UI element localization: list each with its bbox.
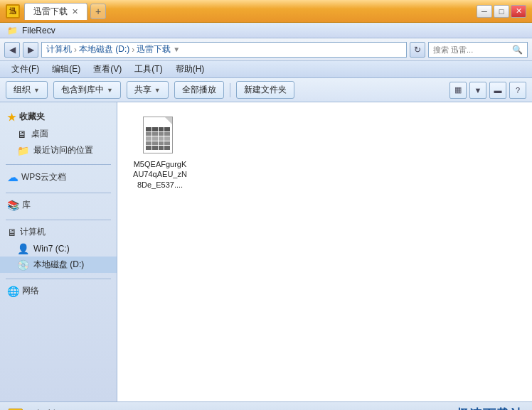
organize-label: 组织 (14, 84, 31, 96)
sidebar-computer-header[interactable]: 🖥 计算机 (0, 223, 117, 241)
share-button[interactable]: 共享 ▼ (127, 81, 169, 99)
path-computer[interactable]: 计算机 (46, 43, 72, 55)
toolbar-separator (230, 83, 230, 97)
computer-label: 计算机 (20, 226, 46, 238)
sidebar-network-header[interactable]: 🌐 网络 (0, 282, 117, 300)
share-arrow: ▼ (154, 87, 161, 94)
restore-button[interactable]: □ (494, 5, 509, 18)
status-bar: 1 个对象 极速下载站 (0, 401, 532, 410)
menu-file[interactable]: 文件(F) (6, 62, 45, 77)
file-name: M5QEAFgurgKAU74qAEU_zN8De_E537.... (132, 159, 188, 190)
file-corner (165, 117, 172, 124)
menu-view[interactable]: 查看(V) (87, 62, 127, 77)
file-area: M5QEAFgurgKAU74qAEU_zN8De_E537.... (117, 102, 532, 401)
sidebar-library-header[interactable]: 📚 库 (0, 196, 117, 214)
menu-bar: 文件(F) 编辑(E) 查看(V) 工具(T) 帮助(H) (0, 61, 532, 78)
add-tab-button[interactable]: + (90, 4, 106, 19)
window-controls: ─ □ ✕ (477, 5, 526, 18)
search-input[interactable] (433, 45, 512, 54)
refresh-button[interactable]: ↻ (410, 42, 425, 58)
app-icon-label: 迅 (9, 6, 16, 16)
path-area: ◀ ▶ 计算机 › 本地磁盘 (D:) › 迅雷下载 ▼ ↻ 🔍 (0, 38, 532, 61)
close-button[interactable]: ✕ (511, 5, 526, 18)
file-grid (146, 127, 170, 150)
wps-icon: ☁ (7, 171, 18, 184)
sidebar-divider-1 (6, 164, 111, 165)
title-tab[interactable]: 迅雷下载 ✕ (24, 3, 87, 20)
brand-text: 极速下载站 (456, 406, 523, 411)
path-folder[interactable]: 迅雷下载 (137, 43, 171, 55)
sidebar-computer-section: 🖥 计算机 👤 Win7 (C:) 💿 本地磁盘 (D:) (0, 223, 117, 273)
title-bar: 迅 迅雷下载 ✕ + ─ □ ✕ (0, 0, 532, 23)
computer-icon: 🖥 (7, 227, 17, 238)
recent-icon: 📁 (17, 145, 29, 156)
share-label: 共享 (134, 84, 151, 96)
library-label: 库 (22, 199, 31, 211)
network-icon: 🌐 (7, 286, 19, 297)
menu-tools[interactable]: 工具(T) (129, 62, 168, 77)
sidebar-favorites-section: ★ 收藏夹 🖥 桌面 📁 最近访问的位置 (0, 108, 117, 158)
tab-title-text: 迅雷下载 (33, 6, 68, 18)
organize-arrow: ▼ (33, 87, 40, 94)
app-icon: 迅 (6, 4, 20, 18)
file-icon-container (143, 117, 177, 156)
view-arrow-button[interactable]: ▼ (469, 82, 486, 99)
subheader: 📁 FileRecv (0, 23, 532, 38)
view-details-button[interactable]: ▬ (489, 82, 506, 99)
sidebar-divider-3 (6, 220, 111, 220)
path-drive[interactable]: 本地磁盘 (D:) (79, 43, 129, 55)
sidebar-divider-4 (6, 279, 111, 279)
sidebar-item-c-drive[interactable]: 👤 Win7 (C:) (0, 241, 117, 257)
network-label: 网络 (22, 285, 39, 297)
d-drive-icon: 💿 (17, 259, 29, 271)
play-all-button[interactable]: 全部播放 (174, 81, 224, 99)
include-library-button[interactable]: 包含到库中 ▼ (53, 81, 121, 99)
forward-button[interactable]: ▶ (23, 42, 38, 58)
sidebar-desktop-label: 桌面 (31, 128, 48, 140)
sidebar-network-section: 🌐 网络 (0, 282, 117, 300)
toolbar-right-controls: ▦ ▼ ▬ ? (449, 82, 526, 99)
search-box: 🔍 (428, 42, 528, 58)
sidebar-recent-label: 最近访问的位置 (33, 144, 93, 156)
sidebar-item-d-drive[interactable]: 💿 本地磁盘 (D:) (0, 257, 117, 273)
address-bar[interactable]: 计算机 › 本地磁盘 (D:) › 迅雷下载 ▼ (41, 42, 407, 58)
filerecv-label: FileRecv (22, 26, 55, 36)
sidebar-c-drive-label: Win7 (C:) (33, 244, 70, 254)
back-button[interactable]: ◀ (4, 42, 20, 58)
c-drive-icon: 👤 (17, 243, 29, 254)
sidebar-d-drive-label: 本地磁盘 (D:) (33, 259, 84, 271)
toolbar: 组织 ▼ 包含到库中 ▼ 共享 ▼ 全部播放 新建文件夹 ▦ ▼ ▬ ? (0, 78, 532, 102)
desktop-icon: 🖥 (17, 129, 27, 140)
sidebar-library-section: 📚 库 (0, 196, 117, 214)
view-grid-button[interactable]: ▦ (449, 82, 467, 99)
sidebar-item-recent[interactable]: 📁 最近访问的位置 (0, 142, 117, 158)
sidebar: ★ 收藏夹 🖥 桌面 📁 最近访问的位置 ☁ WPS云文档 📚 (0, 102, 117, 401)
new-folder-button[interactable]: 新建文件夹 (236, 81, 294, 99)
menu-edit[interactable]: 编辑(E) (46, 62, 86, 77)
wps-label: WPS云文档 (21, 171, 66, 183)
list-item[interactable]: M5QEAFgurgKAU74qAEU_zN8De_E537.... (132, 117, 188, 190)
library-icon: 📚 (7, 200, 19, 211)
search-button[interactable]: 🔍 (512, 45, 523, 55)
new-folder-label: 新建文件夹 (244, 84, 287, 96)
play-all-label: 全部播放 (182, 84, 216, 96)
sidebar-item-desktop[interactable]: 🖥 桌面 (0, 126, 117, 142)
path-dropdown-arrow[interactable]: ▼ (173, 45, 180, 53)
favorites-label: 收藏夹 (19, 111, 45, 123)
tab-close-icon[interactable]: ✕ (72, 7, 78, 16)
brand-label: 极速下载站 (456, 407, 523, 411)
organize-button[interactable]: 组织 ▼ (6, 81, 48, 99)
menu-help[interactable]: 帮助(H) (170, 62, 211, 77)
sidebar-divider-2 (6, 193, 111, 193)
filerecv-icon: 📁 (7, 26, 18, 36)
sidebar-wps-section: ☁ WPS云文档 (0, 168, 117, 187)
include-library-label: 包含到库中 (61, 84, 104, 96)
help-button[interactable]: ? (509, 82, 526, 99)
sidebar-favorites-header[interactable]: ★ 收藏夹 (0, 108, 117, 126)
minimize-button[interactable]: ─ (477, 5, 492, 18)
main-content: ★ 收藏夹 🖥 桌面 📁 最近访问的位置 ☁ WPS云文档 📚 (0, 102, 532, 401)
file-paper (143, 117, 173, 153)
favorites-star-icon: ★ (7, 112, 16, 123)
include-library-arrow: ▼ (107, 87, 113, 94)
sidebar-wps-header[interactable]: ☁ WPS云文档 (0, 168, 117, 187)
